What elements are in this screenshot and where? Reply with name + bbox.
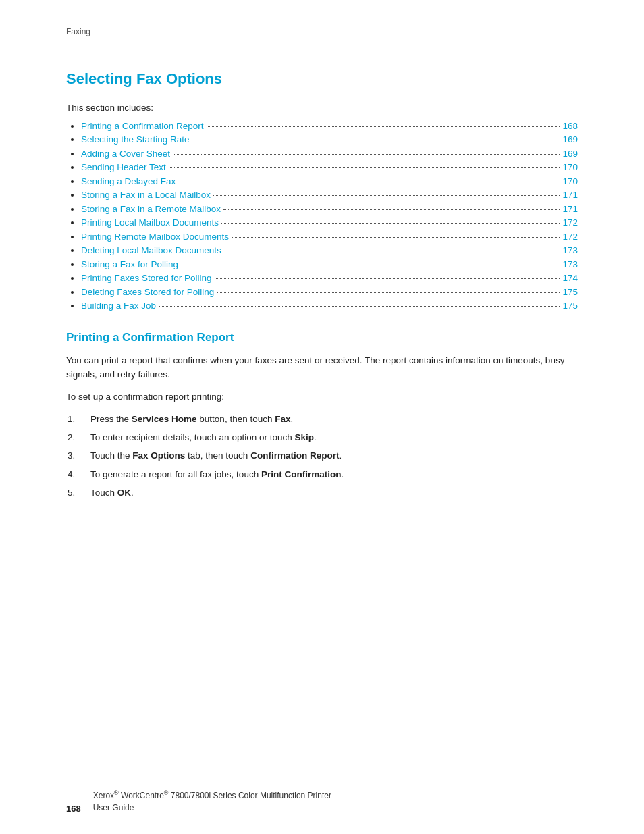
- toc-dots: [192, 132, 560, 141]
- toc-list-item: Storing a Fax in a Local Mailbox171: [81, 189, 578, 201]
- toc-dots: [221, 215, 560, 224]
- toc-link[interactable]: Sending Header Text: [81, 162, 166, 172]
- toc-link[interactable]: Adding a Cover Sheet: [81, 149, 170, 159]
- toc-list-item: Adding a Cover Sheet169: [81, 147, 578, 159]
- toc-page-number: 173: [562, 259, 578, 269]
- toc-list-item: Printing Faxes Stored for Polling174: [81, 272, 578, 284]
- toc-link[interactable]: Storing a Fax in a Local Mailbox: [81, 190, 211, 200]
- step-number: 3.: [66, 449, 90, 463]
- toc-intro: This section includes:: [66, 103, 578, 113]
- footer-page-number: 168: [66, 804, 81, 814]
- step-text: Touch the Fax Options tab, then touch Co…: [90, 449, 578, 463]
- toc-link[interactable]: Storing a Fax in a Remote Mailbox: [81, 204, 221, 214]
- toc-page-number: 172: [562, 217, 578, 228]
- step-text: Press the Services Home button, then tou…: [90, 413, 578, 426]
- toc-list-item: Storing a Fax for Polling173: [81, 258, 578, 269]
- toc-page-number: 170: [562, 176, 578, 186]
- step-item: 2.To enter recipient details, touch an o…: [66, 431, 578, 444]
- toc-page-number: 175: [562, 287, 578, 297]
- toc-list-item: Sending Header Text170: [81, 161, 578, 173]
- toc-link[interactable]: Deleting Local Mailbox Documents: [81, 245, 221, 255]
- section1-body1: You can print a report that confirms whe…: [66, 354, 578, 382]
- toc-dots: [232, 228, 560, 238]
- toc-list-item: Printing a Confirmation Report168: [81, 120, 578, 131]
- toc-link[interactable]: Printing Local Mailbox Documents: [81, 217, 219, 228]
- toc-page-number: 172: [562, 232, 578, 242]
- step-number: 5.: [66, 486, 90, 500]
- toc-link[interactable]: Building a Fax Job: [81, 301, 156, 311]
- toc-dots: [178, 173, 560, 182]
- toc-list-item: Building a Fax Job175: [81, 300, 578, 311]
- toc-list-item: Deleting Faxes Stored for Polling175: [81, 286, 578, 297]
- toc-link[interactable]: Selecting the Starting Rate: [81, 134, 190, 145]
- toc-page-number: 169: [562, 134, 578, 145]
- page: Faxing Selecting Fax Options This sectio…: [0, 0, 644, 834]
- step-text: To generate a report for all fax jobs, t…: [90, 468, 578, 481]
- toc-dots: [173, 145, 560, 155]
- toc-list-item: Deleting Local Mailbox Documents173: [81, 244, 578, 256]
- toc-link[interactable]: Deleting Faxes Stored for Polling: [81, 287, 214, 297]
- toc-page-number: 171: [562, 204, 578, 214]
- steps-list: 1.Press the Services Home button, then t…: [66, 413, 578, 500]
- toc-dots: [207, 118, 560, 127]
- step-item: 1.Press the Services Home button, then t…: [66, 413, 578, 426]
- toc-dots: [159, 298, 560, 307]
- step-text: Touch OK.: [90, 486, 578, 500]
- toc-list-item: Selecting the Starting Rate169: [81, 134, 578, 145]
- toc-dots: [223, 201, 560, 210]
- toc-dots: [169, 159, 560, 169]
- step-item: 4.To generate a report for all fax jobs,…: [66, 468, 578, 481]
- page-title: Selecting Fax Options: [66, 70, 578, 88]
- toc-list-item: Storing a Fax in a Remote Mailbox171: [81, 203, 578, 214]
- section1-title: Printing a Confirmation Report: [66, 331, 578, 344]
- toc-page-number: 169: [562, 149, 578, 159]
- step-number: 4.: [66, 468, 90, 481]
- toc-page-number: 175: [562, 301, 578, 311]
- footer-product-info: Xerox® WorkCentre® 7800/7800i Series Col…: [93, 789, 331, 814]
- toc-dots: [224, 242, 560, 252]
- toc-dots: [215, 270, 560, 280]
- footer: 168 Xerox® WorkCentre® 7800/7800i Series…: [66, 789, 578, 814]
- toc-dots: [181, 256, 560, 265]
- toc-link[interactable]: Printing a Confirmation Report: [81, 121, 204, 131]
- footer-product-line1: Xerox® WorkCentre® 7800/7800i Series Col…: [93, 791, 331, 800]
- step-item: 5.Touch OK.: [66, 486, 578, 500]
- toc-list-item: Printing Remote Mailbox Documents172: [81, 230, 578, 242]
- toc-dots: [213, 187, 560, 197]
- toc-list: Printing a Confirmation Report168Selecti…: [66, 120, 578, 311]
- toc-link[interactable]: Printing Remote Mailbox Documents: [81, 232, 229, 242]
- step-number: 1.: [66, 413, 90, 426]
- toc-list-item: Sending a Delayed Fax170: [81, 175, 578, 186]
- section1-body2: To set up a confirmation report printing…: [66, 390, 578, 405]
- toc-link[interactable]: Sending a Delayed Fax: [81, 176, 176, 186]
- step-item: 3.Touch the Fax Options tab, then touch …: [66, 449, 578, 463]
- breadcrumb: Faxing: [66, 27, 578, 36]
- toc-list-item: Printing Local Mailbox Documents172: [81, 217, 578, 228]
- step-text: To enter recipient details, touch an opt…: [90, 431, 578, 444]
- step-number: 2.: [66, 431, 90, 444]
- toc-page-number: 173: [562, 245, 578, 255]
- toc-page-number: 174: [562, 273, 578, 283]
- toc-link[interactable]: Printing Faxes Stored for Polling: [81, 273, 212, 283]
- toc-link[interactable]: Storing a Fax for Polling: [81, 259, 178, 269]
- toc-page-number: 168: [562, 121, 578, 131]
- toc-page-number: 171: [562, 190, 578, 200]
- toc-dots: [217, 284, 560, 293]
- footer-product-line2: User Guide: [93, 803, 134, 812]
- toc-page-number: 170: [562, 162, 578, 172]
